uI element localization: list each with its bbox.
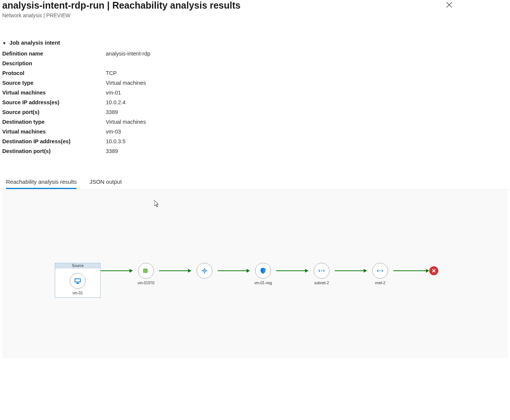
page-title: analysis-intent-rdp-run | Reachability a… <box>2 0 241 11</box>
close-button[interactable] <box>443 0 455 10</box>
value-protocol: TCP <box>106 70 117 76</box>
caret-down-icon: ▼ <box>2 41 6 45</box>
vm-icon <box>74 277 82 285</box>
node-label-vm-01970: vm-01970 <box>138 281 154 285</box>
svg-rect-3 <box>75 279 80 281</box>
shield-icon <box>259 267 267 275</box>
job-intent-details: Definition name analysis-intent-rdp Desc… <box>2 49 508 156</box>
label-dest-port: Destination port(s) <box>2 148 106 154</box>
source-box-title: Source <box>55 263 100 268</box>
error-icon <box>432 268 436 273</box>
value-definition-name: analysis-intent-rdp <box>106 51 150 57</box>
arrow-right-icon <box>129 269 133 273</box>
arrow-right-icon <box>426 269 429 273</box>
svg-point-12 <box>321 270 322 272</box>
vnet-icon <box>376 267 384 275</box>
label-dest-ip: Destination IP address(es) <box>2 138 106 144</box>
label-source-type: Source type <box>2 80 106 86</box>
node-vnet-2[interactable] <box>372 263 388 279</box>
arrow-right-icon <box>364 269 367 273</box>
arrow-right-icon <box>247 269 250 273</box>
node-label-vm-01: vm-01 <box>72 291 83 295</box>
node-subnet-2[interactable] <box>314 263 329 279</box>
value-source-vm: vm-01 <box>106 90 121 96</box>
node-label-subnet-2: subnet-2 <box>314 281 329 285</box>
svg-rect-8 <box>147 271 149 272</box>
section-toggle-job-analysis-intent[interactable]: ▼ Job analysis intent <box>2 39 508 46</box>
value-source-type: Virtual machines <box>106 80 146 86</box>
value-source-port: 3389 <box>106 109 118 115</box>
svg-rect-5 <box>76 283 79 284</box>
nic-icon <box>142 267 150 275</box>
node-vm-01970[interactable] <box>138 263 154 279</box>
subnet-icon <box>317 267 326 275</box>
node-label-vm-01-nsg: vm-01-nsg <box>254 281 272 285</box>
value-dest-ip: 10.0.3.5 <box>106 138 125 144</box>
label-dest-vm: Virtual machines <box>2 129 106 135</box>
node-network-component[interactable] <box>197 263 212 279</box>
svg-rect-7 <box>147 269 149 270</box>
node-label-vnet-2: vnet-2 <box>375 281 385 285</box>
breadcrumb: Network analysis | PREVIEW <box>2 12 241 18</box>
label-source-vm: Virtual machines <box>2 90 106 96</box>
label-definition-name: Definition name <box>2 51 106 57</box>
close-icon <box>446 2 452 8</box>
svg-point-11 <box>204 270 205 272</box>
value-source-ip: 10.0.2.4 <box>106 99 125 105</box>
source-box[interactable]: Source vm-01 <box>55 263 101 298</box>
node-vm-01-nsg[interactable] <box>255 263 271 279</box>
svg-point-14 <box>381 270 381 271</box>
label-protocol: Protocol <box>2 70 106 76</box>
tabs: Reachability analysis results JSON outpu… <box>2 176 508 189</box>
svg-rect-9 <box>144 269 147 272</box>
network-gear-icon <box>200 267 209 275</box>
label-description: Description <box>2 60 106 66</box>
arrow-right-icon <box>188 269 191 273</box>
section-title: Job analysis intent <box>9 39 60 46</box>
arrow-right-icon <box>305 269 308 273</box>
label-dest-type: Destination type <box>2 119 106 125</box>
label-source-ip: Source IP address(es) <box>2 99 106 105</box>
reachability-canvas[interactable]: Source vm-01 <box>2 189 508 358</box>
node-vm-01[interactable] <box>70 273 86 289</box>
cursor-icon <box>154 200 159 207</box>
svg-point-13 <box>379 270 380 271</box>
value-dest-port: 3389 <box>106 148 118 154</box>
value-dest-vm: vm-03 <box>106 129 121 135</box>
svg-rect-4 <box>77 283 79 284</box>
node-blocked[interactable] <box>429 266 438 275</box>
tab-reachability-results[interactable]: Reachability analysis results <box>6 176 77 189</box>
tab-json-output[interactable]: JSON output <box>89 176 122 189</box>
value-dest-type: Virtual machines <box>106 119 146 125</box>
reachability-path: Source vm-01 <box>55 263 508 298</box>
label-source-port: Source port(s) <box>2 109 106 115</box>
